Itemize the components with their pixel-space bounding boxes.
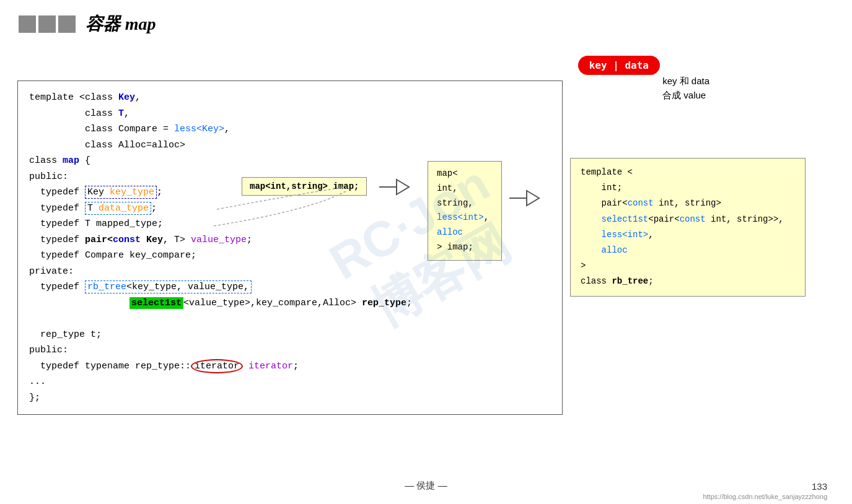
template-expand-box: template < int; pair<const int, string> …	[570, 158, 806, 297]
footer-url: https://blog.csdn.net/luke_sanjayzzzhong	[703, 493, 827, 500]
map-expand-line-2: int,	[437, 181, 493, 196]
footer-center: — 侯捷 —	[0, 480, 852, 492]
header: 容器 map	[19, 12, 833, 36]
code-line-19: };	[29, 390, 551, 406]
page: 容器 map key | data key 和 data 合成 value te…	[0, 0, 852, 504]
te-line-1: template <	[581, 165, 795, 180]
te-line-8: class rb_tree;	[581, 274, 795, 289]
map-expand-line-1: map<	[437, 167, 493, 181]
stripe-3	[58, 15, 76, 33]
te-line-6: alloc	[581, 243, 795, 258]
code-line-1: template <class Key,	[29, 90, 551, 106]
te-line-5: less<int>,	[581, 227, 795, 243]
header-stripes	[19, 15, 76, 33]
code-line-2: class T,	[29, 106, 551, 122]
footer-text: — 侯捷 —	[405, 480, 447, 492]
code-line-13: typedef rb_tree<key_type, value_type,	[29, 279, 551, 295]
map-expand-line-6: > imap;	[437, 240, 493, 255]
map-expand-box: map< int, string, less<int>, alloc > ima…	[428, 161, 502, 261]
title-bold: map	[125, 14, 156, 33]
map-expand-line-5: alloc	[437, 225, 493, 240]
code-line-15: rep_type t;	[29, 327, 551, 343]
title-text: 容器	[86, 14, 125, 33]
code-line-12: private:	[29, 264, 551, 280]
stripe-2	[38, 15, 56, 33]
page-title: 容器 map	[86, 12, 156, 36]
map-expand-line-3: string,	[437, 196, 493, 211]
code-line-14: select1st<value_type>,key_compare,Alloc>…	[29, 295, 551, 311]
te-line-3: pair<const int, string>	[581, 196, 795, 211]
code-line-17: typedef typename rep_type::iterator iter…	[29, 358, 551, 375]
te-line-7: >	[581, 258, 795, 274]
page-number: 133	[812, 481, 827, 492]
url-text: https://blog.csdn.net/luke_sanjayzzzhong	[703, 493, 827, 500]
stripe-1	[19, 15, 36, 33]
code-line-3: class Compare = less<Key>,	[29, 121, 551, 137]
code-line-blank	[29, 311, 551, 327]
footer-page: 133	[812, 481, 827, 492]
code-line-4: class Alloc=alloc>	[29, 137, 551, 154]
key-data-annotation: key 和 data 合成 value	[662, 74, 709, 102]
key-data-badge: key | data	[578, 56, 660, 75]
imap-box: map<int,string> imap;	[242, 177, 367, 196]
te-line-4: select1st<pair<const int, string>>,	[581, 212, 795, 227]
code-line-18: ...	[29, 374, 551, 390]
te-line-2: int;	[581, 180, 795, 196]
map-expand-line-4: less<int>,	[437, 211, 493, 225]
code-line-16: public:	[29, 342, 551, 358]
